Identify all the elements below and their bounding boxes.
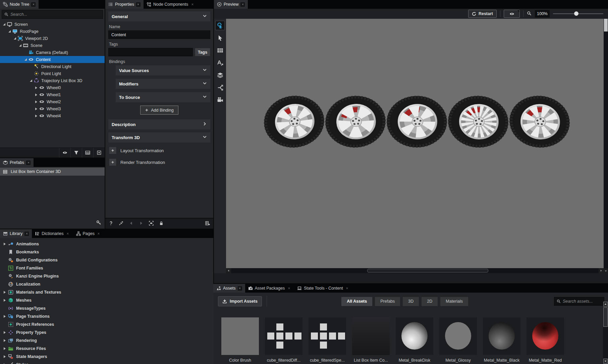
scroll-down-button[interactable] bbox=[603, 359, 608, 364]
grid-view-button[interactable] bbox=[82, 148, 93, 158]
toggle-visibility-button[interactable] bbox=[59, 148, 70, 158]
zoom-button[interactable] bbox=[527, 11, 532, 17]
add-render-transformation-button[interactable] bbox=[109, 159, 116, 166]
preview-canvas[interactable] bbox=[226, 19, 604, 268]
library-item-project-references[interactable]: Project References bbox=[0, 320, 213, 328]
preview-vertical-scrollbar[interactable] bbox=[604, 19, 608, 273]
wheel2-3d-object[interactable] bbox=[385, 93, 449, 150]
tree-row-wheel0[interactable]: Wheel0 bbox=[0, 84, 105, 91]
zoom-slider-thumb[interactable] bbox=[574, 11, 578, 16]
scrollbar-thumb[interactable] bbox=[603, 307, 608, 327]
expander-icon[interactable] bbox=[3, 330, 7, 335]
section-transform-3d[interactable]: Transform 3D bbox=[108, 132, 210, 142]
close-icon[interactable] bbox=[240, 2, 245, 7]
expander-icon[interactable] bbox=[3, 347, 7, 351]
preview-visibility-button[interactable] bbox=[504, 10, 520, 18]
tree-row-wheel1[interactable]: Wheel1 bbox=[0, 91, 105, 98]
expander-icon[interactable] bbox=[29, 79, 33, 83]
import-assets-button[interactable]: Import Assets bbox=[218, 296, 262, 306]
history-back-button[interactable] bbox=[129, 221, 133, 227]
filter-prefabs[interactable]: Prefabs bbox=[375, 297, 400, 306]
wheel0-3d-object[interactable] bbox=[259, 89, 329, 154]
close-icon[interactable] bbox=[97, 232, 101, 236]
scroll-down-button[interactable] bbox=[604, 268, 608, 273]
asset-item-metal-matte-red[interactable]: Metal_Matte_Red bbox=[527, 317, 564, 364]
filter-2d[interactable]: 2D bbox=[422, 297, 438, 306]
expander-icon[interactable] bbox=[18, 44, 22, 48]
expander-icon[interactable] bbox=[13, 37, 17, 41]
section-description[interactable]: Description bbox=[108, 119, 210, 129]
close-icon[interactable] bbox=[26, 161, 31, 165]
grid-tool-button[interactable] bbox=[215, 46, 225, 55]
library-item-font-families[interactable]: Font Families bbox=[0, 264, 213, 272]
asset-item-color-brush[interactable]: Color Brush bbox=[221, 317, 259, 364]
expander-icon[interactable] bbox=[34, 100, 38, 104]
expander-icon[interactable] bbox=[3, 242, 7, 246]
tree-row-wheel2[interactable]: Wheel2 bbox=[0, 98, 105, 105]
scroll-up-button[interactable] bbox=[603, 302, 608, 307]
tab-prefabs[interactable]: Prefabs bbox=[0, 158, 34, 167]
close-icon[interactable] bbox=[345, 286, 349, 291]
expander-icon[interactable] bbox=[34, 93, 38, 97]
library-item-bookmarks[interactable]: Bookmarks bbox=[0, 248, 213, 256]
expander-icon[interactable] bbox=[3, 290, 7, 294]
asset-item-list-box-item-container[interactable]: List Box Item Co... bbox=[352, 317, 390, 364]
tab-assets[interactable]: Assets bbox=[213, 284, 245, 293]
tags-button[interactable]: Tags bbox=[195, 48, 210, 56]
tags-field[interactable] bbox=[108, 48, 193, 56]
scrollbar-thumb[interactable] bbox=[367, 269, 489, 272]
camera-tool-button[interactable] bbox=[215, 95, 225, 105]
expander-icon[interactable] bbox=[34, 114, 38, 118]
prefab-item-list-box-container[interactable]: List Box Item Container 3D bbox=[0, 168, 105, 176]
expander-icon[interactable] bbox=[34, 107, 38, 111]
add-layout-transformation-button[interactable] bbox=[109, 147, 116, 154]
expander-icon[interactable] bbox=[23, 58, 27, 62]
expander-icon[interactable] bbox=[7, 29, 11, 34]
expander-icon[interactable] bbox=[3, 314, 7, 318]
tab-state-tools-content[interactable]: State Tools - Content bbox=[294, 284, 352, 293]
expander-icon[interactable] bbox=[34, 86, 38, 90]
tree-row-viewport2d[interactable]: Viewport 2D bbox=[0, 35, 105, 42]
library-item-rendering[interactable]: Rendering bbox=[0, 337, 213, 345]
search-input[interactable] bbox=[10, 12, 100, 17]
add-property-button[interactable] bbox=[205, 221, 210, 227]
tree-row-directional-light[interactable]: Directional Light bbox=[0, 63, 105, 70]
section-to-source[interactable]: To Source bbox=[116, 92, 210, 102]
zoom-slider[interactable] bbox=[553, 10, 603, 17]
tab-preview[interactable]: Preview bbox=[214, 0, 248, 9]
scrollbar-track[interactable] bbox=[231, 268, 599, 273]
tab-asset-packages[interactable]: Asset Packages bbox=[245, 284, 294, 293]
filter-3d[interactable]: 3D bbox=[403, 297, 419, 306]
tab-node-tree[interactable]: Node Tree bbox=[0, 0, 39, 9]
close-icon[interactable] bbox=[238, 286, 242, 291]
wheel1-3d-object[interactable] bbox=[322, 91, 389, 153]
close-icon[interactable] bbox=[66, 232, 70, 236]
library-item-styles[interactable]: Styles bbox=[0, 361, 213, 364]
library-item-state-managers[interactable]: State Managers bbox=[0, 353, 213, 361]
tree-row-scene[interactable]: Scene bbox=[0, 42, 105, 49]
expander-icon[interactable] bbox=[3, 298, 7, 302]
asset-item-metal-matte-black[interactable]: Metal_Matte_Black bbox=[483, 317, 520, 364]
tree-row-point-light[interactable]: Point Light bbox=[0, 70, 105, 77]
filter-materials[interactable]: Materials bbox=[440, 297, 468, 306]
filter-button[interactable] bbox=[70, 148, 82, 158]
zoom-level-value[interactable]: 100% bbox=[535, 10, 550, 17]
scrollbar-thumb[interactable] bbox=[604, 19, 608, 32]
close-icon[interactable] bbox=[287, 286, 291, 291]
tab-library[interactable]: Library bbox=[0, 229, 32, 238]
layers-tool-button[interactable] bbox=[215, 70, 225, 80]
branch-tool-button[interactable] bbox=[215, 83, 225, 92]
scroll-right-button[interactable] bbox=[599, 268, 604, 273]
interact-tool-button[interactable] bbox=[215, 21, 225, 30]
name-field[interactable] bbox=[108, 31, 210, 39]
asset-item-metal-glossy[interactable]: Metal_Glossy bbox=[439, 317, 477, 364]
library-item-page-transitions[interactable]: Page Transitions bbox=[0, 312, 213, 320]
tab-pages[interactable]: Pages bbox=[73, 229, 104, 238]
close-icon[interactable] bbox=[24, 232, 29, 236]
asset-item-metal-breakdisk[interactable]: Metal_BreakDisk bbox=[396, 317, 433, 364]
add-binding-button[interactable]: Add Binding bbox=[140, 106, 178, 115]
asset-item-cube-filtered-specular[interactable]: cube_filteredSpe... bbox=[309, 317, 346, 364]
library-item-build-configurations[interactable]: Build Configurations bbox=[0, 256, 213, 264]
isolate-button[interactable] bbox=[93, 148, 105, 158]
assets-search[interactable] bbox=[554, 297, 604, 306]
